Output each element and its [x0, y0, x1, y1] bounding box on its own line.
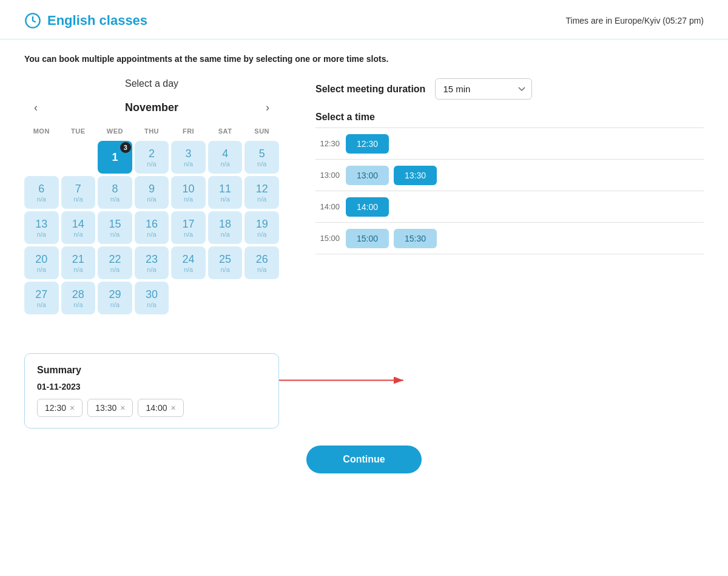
day-number: 1 — [112, 151, 118, 164]
day-number: 9 — [149, 183, 155, 195]
day-number: 19 — [256, 218, 268, 231]
calendar-day-cell[interactable]: 23n/a — [135, 246, 169, 279]
info-text: You can book multiple appointments at th… — [24, 54, 704, 64]
prev-month-button[interactable]: ‹ — [29, 99, 42, 117]
day-number: 10 — [183, 183, 195, 195]
day-number: 8 — [112, 183, 118, 195]
calendar-day-cell[interactable]: 11n/a — [208, 176, 243, 209]
summary-section: Summary 01-11-2023 12:30×13:30×14:00× — [24, 353, 279, 429]
day-na-label: n/a — [257, 266, 266, 273]
calendar-day-cell[interactable]: 27n/a — [24, 282, 59, 314]
calendar-day-cell[interactable]: 3n/a — [171, 141, 206, 174]
day-number: 2 — [149, 147, 155, 160]
day-na-label: n/a — [37, 301, 46, 308]
day-number: 27 — [35, 288, 47, 301]
time-row-label: 14:00 — [315, 202, 340, 211]
calendar-day-cell[interactable]: 20n/a — [24, 246, 59, 279]
day-header: THU — [135, 124, 169, 138]
day-number: 26 — [256, 253, 268, 266]
calendar-day-cell[interactable]: 30n/a — [135, 282, 169, 314]
calendar-day-cell[interactable]: 22n/a — [98, 246, 132, 279]
calendar-day-cell[interactable]: 7n/a — [61, 176, 96, 209]
calendar-day-cell[interactable]: 19n/a — [244, 211, 279, 244]
next-month-button[interactable]: › — [261, 99, 274, 117]
calendar-day-cell[interactable]: 26n/a — [244, 246, 279, 279]
calendar-day-cell[interactable]: 16n/a — [135, 211, 169, 244]
calendar-day-cell[interactable]: 25n/a — [208, 246, 243, 279]
day-number: 24 — [183, 253, 195, 266]
time-slot-button[interactable]: 14:00 — [346, 197, 389, 217]
day-na-label: n/a — [37, 195, 46, 203]
calendar-day-cell[interactable]: 15n/a — [98, 211, 132, 244]
calendar-day-cell[interactable]: 6n/a — [24, 176, 59, 209]
day-na-label: n/a — [37, 266, 46, 273]
continue-button[interactable]: Continue — [306, 446, 421, 473]
time-row: 13:0013:0013:30 — [315, 160, 704, 191]
duration-select[interactable]: 15 min30 min45 min60 min — [435, 78, 532, 100]
calendar-day-cell[interactable]: 8n/a — [98, 176, 132, 209]
calendar-day-cell[interactable]: 4n/a — [208, 141, 243, 174]
time-slots-group: 13:0013:30 — [346, 166, 437, 185]
day-na-label: n/a — [147, 301, 156, 308]
time-slot-button[interactable]: 13:30 — [394, 166, 437, 185]
day-na-label: n/a — [110, 266, 120, 273]
calendar-day-cell[interactable]: 9n/a — [135, 176, 169, 209]
day-badge: 3 — [120, 142, 131, 153]
select-day-label: Select a day — [24, 78, 279, 89]
page-title: English classes — [24, 12, 147, 29]
calendar-day-cell[interactable]: 13n/a — [24, 211, 59, 244]
day-na-label: n/a — [184, 266, 193, 273]
calendar-day-cell[interactable]: 2n/a — [135, 141, 169, 174]
calendar-day-cell[interactable]: 5n/a — [244, 141, 279, 174]
day-number: 16 — [146, 218, 158, 231]
day-na-label: n/a — [110, 301, 120, 308]
summary-time-value: 12:30 — [45, 403, 66, 413]
time-section: Select meeting duration 15 min30 min45 m… — [315, 78, 704, 254]
calendar-day-cell — [208, 282, 243, 314]
calendar-day-cell[interactable]: 28n/a — [61, 282, 96, 314]
day-na-label: n/a — [147, 160, 156, 168]
month-label: November — [125, 101, 178, 114]
calendar-day-cell — [171, 282, 206, 314]
day-na-label: n/a — [73, 195, 83, 203]
day-header: TUE — [61, 124, 96, 138]
calendar-day-cell[interactable]: 21n/a — [61, 246, 96, 279]
day-header: WED — [98, 124, 132, 138]
day-number: 12 — [256, 183, 268, 195]
day-na-label: n/a — [220, 266, 229, 273]
calendar-day-cell[interactable]: 14n/a — [61, 211, 96, 244]
day-number: 5 — [259, 147, 265, 160]
calendar-day-cell[interactable]: 13 — [98, 141, 132, 174]
time-row-label: 13:00 — [315, 171, 340, 180]
calendar-day-cell[interactable]: 18n/a — [208, 211, 243, 244]
time-slot-button[interactable]: 13:00 — [346, 166, 389, 185]
summary-time-tag: 12:30× — [37, 399, 83, 417]
remove-time-button[interactable]: × — [171, 403, 176, 413]
calendar-day-cell[interactable]: 29n/a — [98, 282, 132, 314]
time-slot-button[interactable]: 12:30 — [346, 134, 389, 154]
arrow-indicator — [279, 374, 413, 388]
calendar-day-cell[interactable]: 10n/a — [171, 176, 206, 209]
day-na-label: n/a — [257, 160, 266, 168]
time-slots-group: 12:30 — [346, 134, 389, 154]
time-slot-button[interactable]: 15:30 — [394, 229, 437, 248]
day-number: 13 — [35, 218, 47, 231]
calendar-day-cell[interactable]: 12n/a — [244, 176, 279, 209]
day-na-label: n/a — [37, 231, 46, 238]
calendar-day-cell[interactable]: 17n/a — [171, 211, 206, 244]
day-na-label: n/a — [73, 231, 83, 238]
calendar-day-cell[interactable]: 24n/a — [171, 246, 206, 279]
day-na-label: n/a — [220, 231, 229, 238]
day-na-label: n/a — [220, 160, 229, 168]
day-number: 22 — [109, 253, 121, 266]
day-number: 23 — [146, 253, 158, 266]
day-number: 25 — [219, 253, 231, 266]
remove-time-button[interactable]: × — [120, 403, 125, 413]
summary-time-tag: 13:30× — [87, 399, 133, 417]
summary-title: Summary — [37, 365, 266, 376]
time-row: 15:0015:0015:30 — [315, 223, 704, 254]
day-number: 17 — [183, 218, 195, 231]
time-slot-button[interactable]: 15:00 — [346, 229, 389, 248]
remove-time-button[interactable]: × — [70, 403, 75, 413]
continue-row: Continue — [24, 446, 704, 492]
